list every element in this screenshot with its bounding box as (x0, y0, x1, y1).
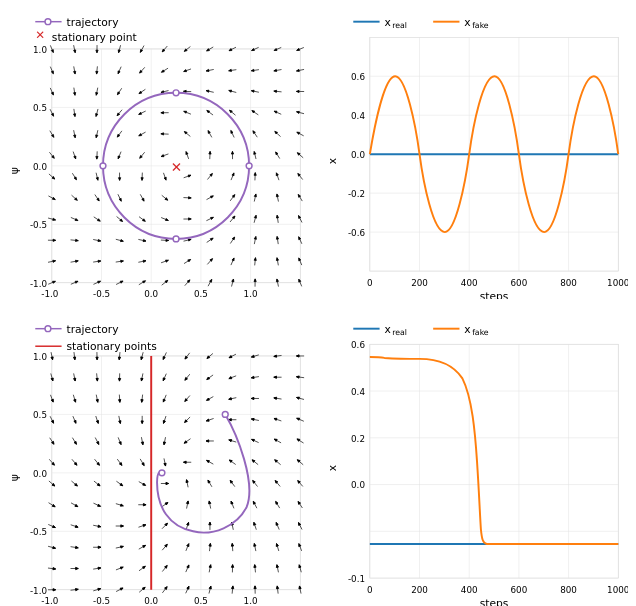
svg-marker-607 (299, 565, 301, 568)
xtick-05-bl: 0.5 (194, 597, 208, 606)
legend-xfake-sub-tr: fake (472, 21, 489, 30)
xtick-n05-bl: -0.5 (93, 597, 110, 606)
xtick-n1: -1.0 (41, 289, 58, 299)
legend-xreal-sub-br: real (392, 328, 407, 337)
traj-dot-2 (246, 163, 252, 169)
legend-stationary-label: stationary point (52, 31, 137, 44)
xtick-0: 0.0 (144, 289, 158, 299)
legend-traj-label-bl: trajectory (66, 323, 119, 336)
ytick-02-br: 0.2 (351, 434, 365, 444)
panel-bottom-right: x real x fake (318, 307, 636, 606)
legend-xfake-label-br: x (464, 323, 470, 336)
yaxis-label-br: x (326, 465, 339, 471)
ytick-n1-bl: -1.0 (30, 586, 47, 596)
xtick-200-br: 200 (411, 585, 428, 595)
traj-dot-bl-2 (159, 470, 165, 476)
ytick-n02-tr: -0.2 (348, 189, 365, 199)
legend-stationary-label-bl: stationary points (66, 340, 157, 353)
stationary-point-marker: ✕ (171, 159, 182, 175)
chart-bottom-right: x real x fake (326, 315, 628, 606)
ytick-04-tr: 0.4 (351, 111, 365, 121)
legend-xfake-sub-br: fake (472, 328, 489, 337)
yaxis-label-tr: x (326, 158, 339, 164)
ytick-05-bl: 0.5 (33, 411, 47, 421)
legend-xreal-label: x (384, 16, 390, 29)
chart-top-right: x real x fake (326, 8, 628, 299)
xtick-1000-tr: 1000 (607, 278, 628, 288)
chart-top-left: trajectory ✕ stationary point (8, 8, 310, 299)
svg-marker-609 (299, 586, 301, 589)
legend-xreal-label-br: x (384, 323, 390, 336)
xtick-0-tr: 0 (367, 278, 373, 288)
legend-xreal-sub: real (392, 21, 407, 30)
svg-marker-563 (274, 355, 277, 357)
xtick-05: 0.5 (194, 289, 208, 299)
svg-marker-539 (251, 356, 254, 358)
panel-top-left: trajectory ✕ stationary point (0, 0, 318, 307)
traj-dot-4 (100, 163, 106, 169)
legend-xfake-label-tr: x (464, 16, 470, 29)
svg-marker-369 (75, 589, 78, 591)
yaxis-label-bl: ψ (8, 475, 21, 482)
xtick-800-br: 800 (560, 585, 577, 595)
traj-dot-1 (173, 90, 179, 96)
xtick-n1-bl: -1.0 (41, 597, 58, 606)
xtick-1-bl: 1.0 (244, 597, 258, 606)
ytick-0-bl: 0.0 (33, 469, 47, 479)
ytick-05: 0.5 (33, 103, 47, 113)
ytick-06-tr: 0.6 (351, 72, 365, 82)
legend-traj-circle-bl (45, 326, 51, 332)
ytick-00-tr: 0.0 (351, 150, 365, 160)
ytick-n01-br: -0.1 (348, 574, 365, 584)
svg-marker-393 (98, 589, 101, 591)
xtick-800-tr: 800 (560, 278, 577, 288)
xtick-1: 1.0 (244, 289, 258, 299)
xtick-600-tr: 600 (511, 278, 528, 288)
ytick-0: 0.0 (33, 162, 47, 172)
svg-marker-323 (51, 357, 53, 360)
ytick-065-br: 0.6 (351, 341, 365, 351)
plot-area-br (370, 345, 618, 579)
yaxis-label-topleft: ψ (8, 167, 21, 174)
svg-marker-325 (51, 378, 53, 381)
ytick-n06-tr: -0.6 (348, 228, 366, 238)
xtick-0-br: 0 (367, 585, 373, 595)
xtick-200-tr: 200 (411, 278, 428, 288)
svg-marker-605 (299, 544, 301, 547)
traj-dot-bl-1 (222, 412, 228, 418)
xtick-n05: -0.5 (93, 289, 110, 299)
xaxis-label-tr: steps (480, 290, 509, 299)
traj-dot-3 (173, 236, 179, 242)
svg-marker-327 (51, 400, 53, 403)
ytick-n05: -0.5 (30, 220, 47, 230)
ytick-1-bl: 1.0 (33, 352, 47, 362)
xtick-1000-br: 1000 (607, 585, 628, 595)
legend-stationary-marker: ✕ (35, 28, 45, 42)
ytick-1: 1.0 (33, 45, 47, 55)
ytick-00-br: 0.0 (351, 481, 365, 491)
xaxis-label-br: steps (480, 598, 509, 606)
main-grid: trajectory ✕ stationary point (0, 0, 636, 606)
panel-top-right: x real x fake (318, 0, 636, 307)
xtick-400-br: 400 (461, 585, 478, 595)
xtick-0-bl: 0.0 (144, 597, 158, 606)
xtick-400-tr: 400 (461, 278, 478, 288)
ytick-n05-bl: -0.5 (30, 528, 47, 538)
xtick-600-br: 600 (511, 585, 528, 595)
ytick-n1: -1.0 (30, 279, 47, 289)
panel-bottom-left: trajectory stationary points (0, 307, 318, 606)
ytick-04-br: 0.4 (351, 387, 365, 397)
legend-trajectory-circle (45, 19, 51, 25)
legend-trajectory-label: trajectory (66, 16, 119, 29)
chart-bottom-left: trajectory stationary points (8, 315, 310, 606)
